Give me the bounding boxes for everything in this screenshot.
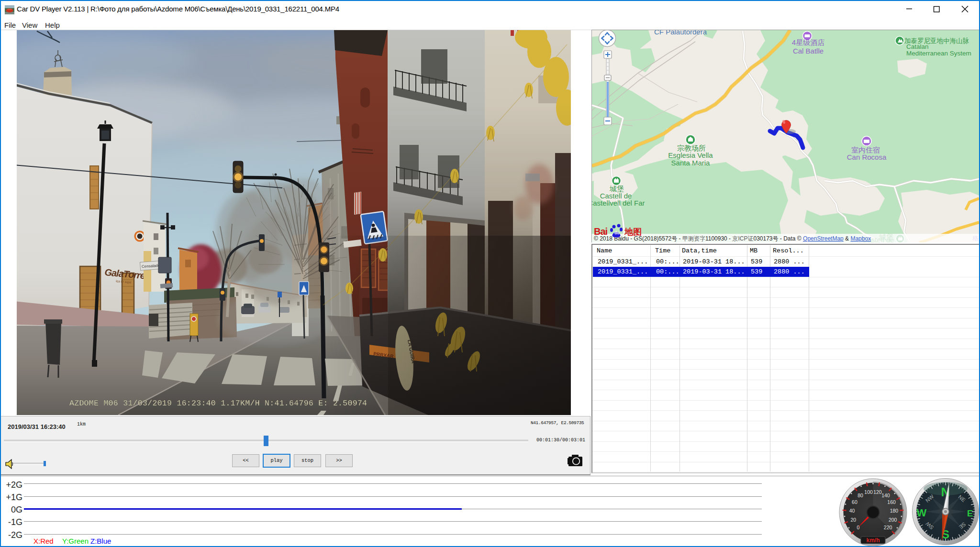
- svg-text:180: 180: [890, 508, 899, 514]
- svg-text:AZDOME M06 31/03/2019 16:23:40: AZDOME M06 31/03/2019 16:23:40 1.17KM/H …: [69, 399, 367, 408]
- svg-text:Catalan: Catalan: [906, 43, 929, 50]
- svg-text:4星级酒店: 4星级酒店: [792, 38, 824, 46]
- svg-text:Bai: Bai: [594, 226, 608, 237]
- svg-text:220: 220: [884, 525, 892, 530]
- svg-text:200: 200: [889, 517, 897, 523]
- svg-text:E: E: [967, 509, 973, 518]
- svg-text:du: du: [614, 230, 619, 235]
- svg-text:Esglesia Vella: Esglesia Vella: [668, 151, 713, 159]
- svg-text:40: 40: [849, 508, 855, 514]
- svg-text:60: 60: [852, 499, 858, 505]
- svg-text:Can Rocosa: Can Rocosa: [847, 153, 887, 161]
- svg-text:Cal Batlle: Cal Batlle: [793, 47, 824, 55]
- svg-text:Mediterranean System: Mediterranean System: [906, 50, 971, 57]
- svg-text:20: 20: [850, 517, 856, 523]
- svg-text:Santa Maria: Santa Maria: [671, 159, 711, 167]
- svg-text:W: W: [917, 507, 927, 519]
- svg-text:100: 100: [864, 489, 873, 495]
- svg-text:CF Palautordera: CF Palautordera: [654, 30, 707, 36]
- svg-text:80: 80: [858, 492, 863, 498]
- svg-text:km/h: km/h: [866, 537, 880, 544]
- svg-text:120: 120: [873, 489, 882, 495]
- svg-text:Castellvell del Far: Castellvell del Far: [592, 199, 645, 207]
- svg-text:地图: 地图: [624, 227, 642, 237]
- svg-text:160: 160: [887, 499, 896, 505]
- svg-text:140: 140: [881, 492, 890, 498]
